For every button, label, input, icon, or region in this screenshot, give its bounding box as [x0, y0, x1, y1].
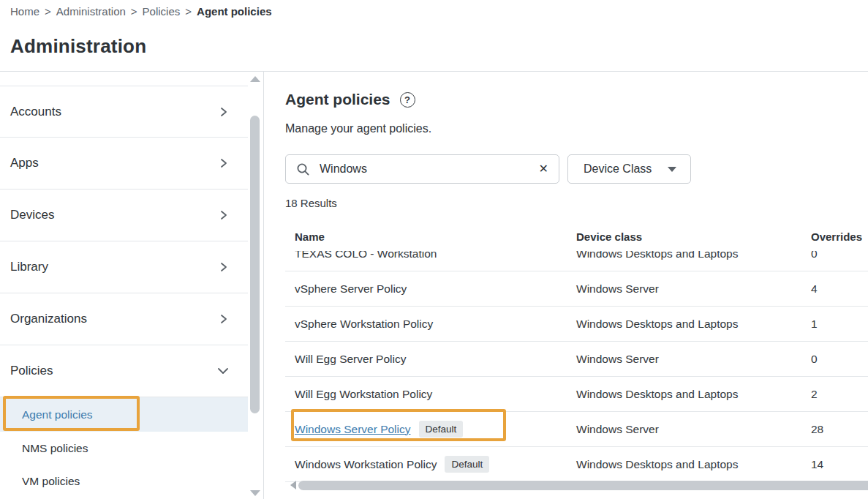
chevron-right-icon	[219, 107, 229, 117]
table-row-windows-server-policy[interactable]: Windows Server Policy Default Windows Se…	[285, 412, 868, 447]
sidebar-item-accounts[interactable]: Accounts	[0, 86, 248, 138]
caret-down-icon	[668, 167, 676, 172]
policy-name-text: vSphere Server Policy	[295, 282, 407, 296]
sidebar-item-organizations[interactable]: Organizations	[0, 293, 248, 345]
sidebar-item-label: Devices	[10, 208, 54, 222]
overrides-value: 1	[801, 318, 868, 331]
panel-heading-row: Agent policies ?	[285, 91, 415, 108]
policy-name: Windows Server Policy Default	[285, 421, 567, 438]
breadcrumb-administration[interactable]: Administration	[56, 5, 126, 18]
table-row[interactable]: TEXAS COLO - Workstation Windows Desktop…	[285, 251, 868, 271]
policies-subnav: Agent policies NMS policies VM policies	[0, 397, 248, 498]
device-class-value: Windows Server	[567, 353, 801, 366]
vertical-scrollbar-thumb[interactable]	[250, 116, 260, 413]
policy-name: Will Egg Workstation Policy	[285, 388, 567, 401]
breadcrumb-separator: >	[131, 5, 137, 18]
device-class-filter-button[interactable]: Device Class	[567, 154, 691, 184]
breadcrumb-home[interactable]: Home	[10, 5, 39, 18]
breadcrumb-separator: >	[185, 5, 192, 18]
search-box[interactable]: ✕	[285, 154, 559, 184]
sidebar-nav-list: Accounts Apps Devices Library Organizati…	[0, 86, 248, 397]
breadcrumb-current-agent-policies: Agent policies	[197, 5, 272, 18]
subnav-item-nms-policies[interactable]: NMS policies	[0, 432, 248, 465]
device-class-value: Windows Server	[567, 282, 801, 296]
column-header-device-class[interactable]: Device class	[567, 230, 801, 243]
policy-name: vSphere Workstation Policy	[285, 318, 567, 331]
search-icon	[296, 162, 310, 176]
breadcrumb-policies[interactable]: Policies	[143, 5, 181, 18]
policy-name: Windows Workstation Policy Default	[285, 456, 567, 473]
admin-sidebar: Accounts Apps Devices Library Organizati…	[0, 72, 264, 499]
device-class-value: Windows Desktops and Laptops	[567, 388, 801, 401]
overrides-value: 28	[801, 423, 868, 436]
column-header-overrides[interactable]: Overrides	[801, 230, 868, 243]
scroll-left-arrow-icon[interactable]	[290, 481, 296, 489]
default-badge: Default	[419, 421, 464, 438]
device-class-value: Windows Desktops and Laptops	[567, 458, 801, 471]
policy-name-link[interactable]: Windows Server Policy	[295, 423, 411, 436]
page-title: Administration	[10, 35, 146, 58]
sidebar-item-label: Organizations	[10, 312, 87, 326]
breadcrumb: Home > Administration > Policies > Agent…	[10, 5, 272, 18]
sidebar-item-label: Apps	[10, 156, 39, 170]
subnav-item-label: VM policies	[22, 475, 80, 488]
help-icon[interactable]: ?	[400, 92, 415, 108]
policy-name-text: Will Egg Server Policy	[295, 353, 406, 366]
table-row[interactable]: Windows Workstation Policy Default Windo…	[285, 447, 868, 482]
default-badge: Default	[445, 456, 489, 473]
subnav-item-vm-policies[interactable]: VM policies	[0, 465, 248, 498]
subnav-item-label: NMS policies	[22, 442, 88, 455]
policy-name: vSphere Server Policy	[285, 282, 567, 296]
panel-title: Agent policies	[285, 91, 390, 108]
sidebar-item-apps[interactable]: Apps	[0, 138, 248, 190]
table-row[interactable]: vSphere Server Policy Windows Server 4	[285, 271, 868, 307]
chevron-down-icon	[217, 366, 229, 376]
sidebar-item-policies[interactable]: Policies	[0, 345, 248, 397]
chevron-right-icon	[219, 262, 229, 272]
panel-subtitle: Manage your agent policies.	[285, 122, 431, 135]
sidebar-item-label: Library	[10, 260, 48, 274]
search-input[interactable]	[320, 162, 529, 176]
overrides-value: 0	[801, 251, 868, 260]
sidebar-item-label: Policies	[10, 364, 53, 378]
table-row[interactable]: vSphere Workstation Policy Windows Deskt…	[285, 307, 868, 342]
policy-name: TEXAS COLO - Workstation	[285, 251, 567, 260]
policy-name: Will Egg Server Policy	[285, 353, 567, 366]
overrides-value: 0	[801, 353, 868, 366]
column-header-name[interactable]: Name	[285, 230, 567, 243]
device-class-value: Windows Desktops and Laptops	[567, 318, 801, 331]
device-class-value: Windows Desktops and Laptops	[567, 251, 801, 260]
clear-search-icon[interactable]: ✕	[539, 163, 548, 175]
chevron-right-icon	[219, 158, 229, 168]
policy-name-text: vSphere Workstation Policy	[295, 318, 433, 331]
chevron-right-icon	[219, 210, 229, 220]
table-row[interactable]: Will Egg Workstation Policy Windows Desk…	[285, 377, 868, 412]
policy-name-text: Windows Workstation Policy	[295, 458, 437, 471]
scroll-up-arrow-icon[interactable]	[250, 76, 260, 82]
policy-name-text: Will Egg Workstation Policy	[295, 388, 432, 401]
agent-policies-panel: Agent policies ? Manage your agent polic…	[264, 72, 868, 499]
results-count: 18 Results	[285, 197, 337, 209]
device-class-value: Windows Server	[567, 423, 801, 436]
overrides-value: 2	[801, 388, 868, 401]
overrides-value: 4	[801, 282, 868, 296]
breadcrumb-separator: >	[45, 5, 51, 18]
sidebar-item-label: Accounts	[10, 105, 61, 119]
scroll-down-arrow-icon[interactable]	[250, 490, 260, 496]
policy-name-text: TEXAS COLO - Workstation	[295, 251, 437, 260]
sidebar-item-library[interactable]: Library	[0, 241, 248, 293]
sidebar-item-devices[interactable]: Devices	[0, 190, 248, 241]
table-body: TEXAS COLO - Workstation Windows Desktop…	[285, 251, 868, 482]
filter-button-label: Device Class	[584, 162, 652, 176]
subnav-item-label: Agent policies	[22, 408, 93, 421]
horizontal-scrollbar-thumb[interactable]	[298, 481, 868, 490]
table-row[interactable]: Will Egg Server Policy Windows Server 0	[285, 342, 868, 377]
policies-table: Name Device class Overrides TEXAS COLO -…	[285, 222, 868, 499]
chevron-right-icon	[219, 314, 229, 324]
overrides-value: 14	[801, 458, 868, 471]
subnav-item-agent-policies[interactable]: Agent policies	[0, 397, 248, 432]
table-header-row: Name Device class Overrides	[285, 222, 868, 251]
